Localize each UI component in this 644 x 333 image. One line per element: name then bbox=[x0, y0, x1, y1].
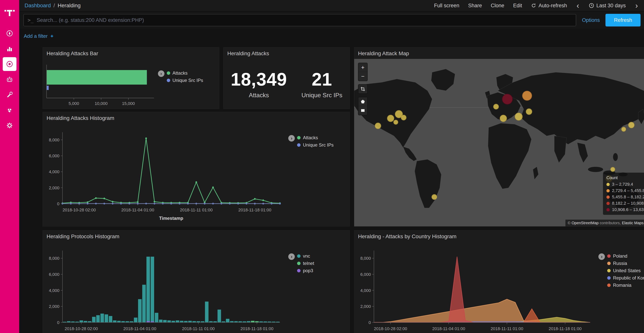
search-input[interactable] bbox=[36, 17, 572, 23]
panel-title: Heralding - Attacks by Country Histogram bbox=[354, 230, 644, 242]
breadcrumb-dashboard-link[interactable]: Dashboard bbox=[24, 3, 51, 9]
legend-item[interactable]: Unique Src IPs bbox=[297, 142, 334, 148]
svg-text:2018-10-28 02:00: 2018-10-28 02:00 bbox=[62, 208, 96, 212]
sidebar-item-dashboard[interactable] bbox=[3, 57, 16, 71]
legend-toggle-icon[interactable]: › bbox=[158, 70, 164, 77]
attack-map[interactable]: + − bbox=[354, 59, 644, 226]
draw-rectangle-button[interactable] bbox=[358, 106, 367, 115]
robot-icon bbox=[5, 75, 14, 84]
legend-toggle-icon[interactable]: › bbox=[288, 253, 295, 260]
svg-text:5,000: 5,000 bbox=[68, 101, 79, 106]
panel-title: Heralding Attacks bbox=[224, 47, 350, 59]
legend-color-dot bbox=[297, 254, 300, 258]
clone-button[interactable]: Clone bbox=[491, 3, 504, 9]
breadcrumb-current: Heralding bbox=[58, 3, 81, 9]
time-back-button[interactable]: ‹ bbox=[576, 2, 580, 10]
map-marker[interactable] bbox=[502, 94, 513, 105]
svg-text:2,000: 2,000 bbox=[360, 304, 371, 309]
filter-bar: Add a filter + bbox=[19, 29, 644, 43]
legend-item[interactable]: Republic of Korea bbox=[607, 275, 644, 281]
sidebar-item-visualize[interactable] bbox=[3, 42, 16, 56]
map-marker[interactable] bbox=[514, 113, 523, 121]
sidebar-item-management[interactable] bbox=[3, 119, 16, 132]
legend-item[interactable]: Russia bbox=[607, 261, 644, 266]
svg-text:6,000: 6,000 bbox=[49, 153, 60, 158]
map-marker[interactable] bbox=[401, 115, 406, 120]
share-button[interactable]: Share bbox=[468, 3, 482, 9]
attacks-bar-chart[interactable]: 5,00010,00015,000 bbox=[43, 59, 158, 109]
breadcrumb-separator: / bbox=[54, 3, 55, 9]
legend-item[interactable]: Attacks bbox=[167, 70, 203, 76]
draw-polygon-button[interactable] bbox=[358, 97, 367, 106]
protocols-bar-chart[interactable]: 02,0004,0006,0008,0002018-10-28 02:00201… bbox=[43, 242, 288, 333]
sidebar-item-monitoring[interactable] bbox=[3, 103, 16, 117]
map-attribution: © OpenStreetMap contributors, Elastic Ma… bbox=[566, 220, 644, 226]
zoom-in-button[interactable]: + bbox=[358, 63, 367, 72]
legend-item[interactable]: vnc bbox=[297, 253, 314, 259]
add-filter-link[interactable]: Add a filter + bbox=[24, 33, 54, 39]
edit-button[interactable]: Edit bbox=[513, 3, 522, 9]
panel-country-histogram: Heralding - Attacks by Country Histogram… bbox=[354, 230, 644, 333]
map-marker[interactable] bbox=[432, 194, 437, 200]
map-legend-row: 10,908.6 – 13,635 bbox=[606, 207, 644, 212]
map-marker[interactable] bbox=[500, 115, 507, 122]
compass-icon bbox=[5, 29, 14, 38]
map-marker[interactable] bbox=[375, 123, 381, 129]
map-legend-label: 5,455.8 – 8,182.2 bbox=[612, 194, 644, 199]
legend-item[interactable]: Romania bbox=[607, 282, 644, 288]
map-legend-row: 2,729.4 – 5,455.8 bbox=[606, 188, 644, 193]
map-marker[interactable] bbox=[393, 120, 398, 125]
legend-item[interactable]: United States bbox=[607, 268, 644, 273]
legend: › AttacksUnique Src IPs bbox=[288, 124, 350, 226]
legend-item[interactable]: pop3 bbox=[297, 268, 314, 273]
auto-refresh-button[interactable]: Auto-refresh bbox=[531, 3, 567, 9]
map-legend-dot bbox=[606, 195, 610, 199]
query-options-link[interactable]: Options bbox=[582, 17, 600, 23]
legend-item[interactable]: telnet bbox=[297, 261, 314, 266]
telekom-logo bbox=[4, 2, 15, 23]
elastic-maps-service-link[interactable]: Elastic Maps Service bbox=[622, 221, 644, 225]
sidebar-item-discover[interactable] bbox=[3, 27, 16, 40]
dashboard-target-icon bbox=[5, 60, 14, 68]
map-marker[interactable] bbox=[493, 104, 499, 110]
legend-item[interactable]: Attacks bbox=[297, 135, 334, 140]
legend-color-dot bbox=[167, 79, 170, 82]
dashboard-grid: Heralding Attacks Bar 5,00010,00015,000 … bbox=[19, 43, 644, 333]
legend-color-dot bbox=[607, 269, 611, 272]
clock-icon bbox=[589, 3, 594, 8]
sidebar-item-devtools[interactable] bbox=[3, 88, 16, 102]
svg-text:Timestamp: Timestamp bbox=[159, 216, 183, 221]
map-marker[interactable] bbox=[628, 122, 634, 128]
fit-bounds-button[interactable] bbox=[358, 85, 367, 93]
metric-unique-src-ips: 21 Unique Src IPs bbox=[302, 69, 342, 99]
legend-item[interactable]: Unique Src IPs bbox=[167, 78, 203, 83]
map-marker[interactable] bbox=[621, 127, 626, 132]
time-forward-button[interactable]: › bbox=[634, 2, 639, 10]
map-marker[interactable] bbox=[387, 115, 394, 122]
legend-item[interactable]: Poland bbox=[607, 253, 644, 259]
timepicker-button[interactable]: Last 30 days bbox=[589, 3, 626, 9]
sidebar-item-tpot[interactable] bbox=[3, 73, 16, 86]
zoom-out-button[interactable]: − bbox=[358, 72, 367, 81]
refresh-button[interactable]: Refresh bbox=[606, 14, 640, 27]
svg-text:4,000: 4,000 bbox=[360, 288, 371, 293]
map-marker[interactable] bbox=[526, 108, 532, 115]
panel-protocols-histogram: Heralding Protocols Histogram 02,0004,00… bbox=[42, 230, 350, 333]
full-screen-button[interactable]: Full screen bbox=[434, 3, 459, 9]
svg-text:10,000: 10,000 bbox=[95, 101, 108, 106]
map-marker-layer bbox=[354, 59, 644, 226]
metric-group: 18,349 Attacks 21 Unique Src IPs bbox=[224, 59, 350, 109]
attacks-line-chart[interactable]: 02,0004,0006,0008,0002018-10-28 02:00201… bbox=[43, 124, 288, 227]
search-bar: >_ Options Refresh bbox=[19, 12, 644, 29]
map-legend-row: 3 – 2,729.4 bbox=[606, 182, 644, 187]
legend-color-dot bbox=[607, 254, 611, 258]
openstreetmap-link[interactable]: OpenStreetMap bbox=[572, 221, 598, 225]
polygon-icon bbox=[360, 99, 365, 104]
legend-toggle-icon[interactable]: › bbox=[288, 135, 295, 142]
map-marker[interactable] bbox=[522, 91, 532, 101]
legend-toggle-icon[interactable]: › bbox=[598, 253, 605, 260]
map-marker[interactable] bbox=[610, 167, 615, 172]
metric-label: Unique Src IPs bbox=[302, 92, 342, 99]
map-legend-label: 2,729.4 – 5,455.8 bbox=[612, 188, 644, 193]
country-area-chart[interactable]: 02,0004,0006,0008,0002018-10-28 02:00201… bbox=[354, 242, 598, 333]
